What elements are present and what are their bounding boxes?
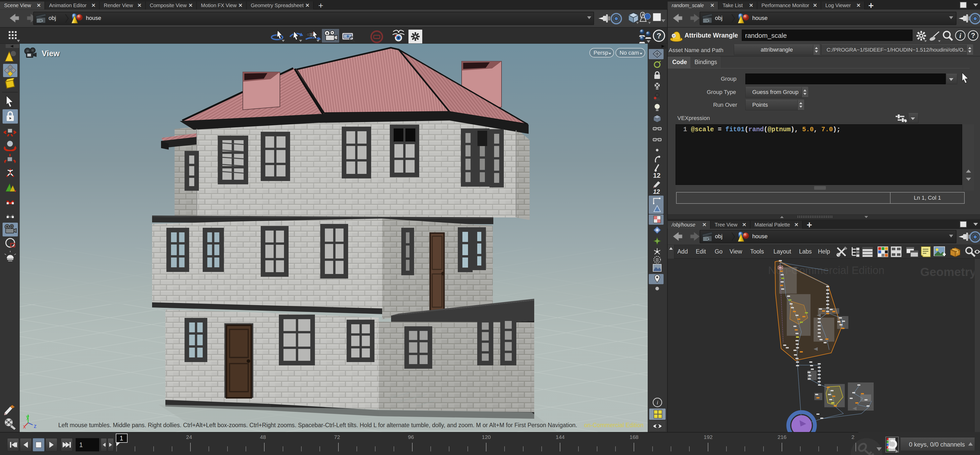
- svg-text:x: x: [23, 423, 26, 430]
- svg-text:Geometry: Geometry: [920, 265, 976, 279]
- svg-text:?: ?: [971, 32, 975, 39]
- svg-text:y: y: [26, 414, 29, 420]
- svg-text:i: i: [959, 32, 961, 40]
- svg-text:z: z: [34, 423, 37, 429]
- svg-text:?: ?: [657, 32, 661, 40]
- svg-text:i: i: [657, 399, 659, 406]
